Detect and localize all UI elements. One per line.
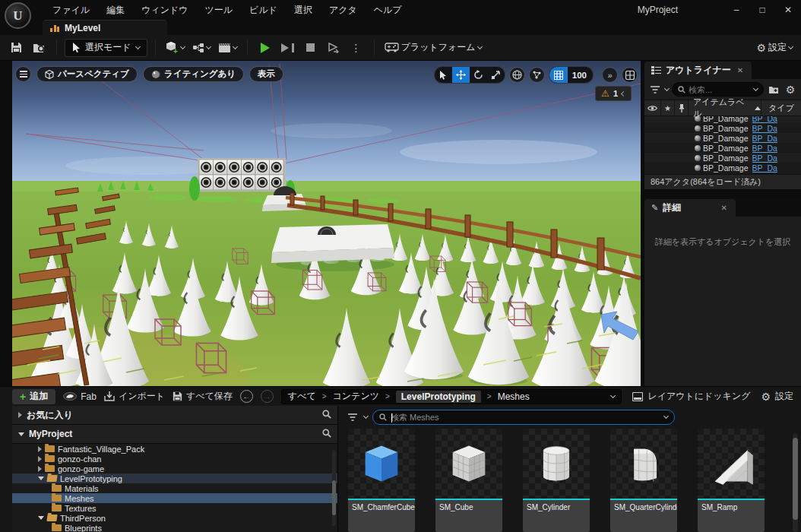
outliner-row[interactable]: BP_DamageBP_Da bbox=[644, 123, 801, 133]
save-button[interactable] bbox=[6, 39, 26, 57]
forward-button[interactable]: → bbox=[261, 390, 274, 403]
path-breadcrumb[interactable]: すべて > コンテンツ > LevelPrototyping > Meshes bbox=[281, 389, 622, 404]
outliner-search[interactable] bbox=[672, 82, 764, 97]
asset-search-input[interactable] bbox=[391, 413, 660, 422]
type-link[interactable]: BP_Da bbox=[752, 163, 777, 173]
tree-item-materials[interactable]: Materials bbox=[12, 483, 337, 493]
outliner-row[interactable]: BP_DamageBP_Da bbox=[644, 163, 801, 173]
type-link[interactable]: BP_Da bbox=[752, 154, 777, 163]
level-viewport[interactable]: パースペクティブ ライティングあり 表示 bbox=[12, 61, 641, 386]
outliner-row[interactable]: BP_DamageBP_Da bbox=[644, 133, 801, 143]
asset-search[interactable] bbox=[372, 410, 675, 425]
asset-sm-cube[interactable]: SM_Cube bbox=[435, 429, 502, 532]
asset-sm-ramp[interactable]: SM_Ramp bbox=[698, 429, 765, 532]
search-icon[interactable] bbox=[322, 410, 331, 421]
unreal-engine-logo-icon[interactable]: U bbox=[5, 2, 31, 29]
play-button[interactable] bbox=[255, 39, 275, 57]
viewport-scene[interactable] bbox=[12, 61, 641, 386]
grid-snap-value[interactable]: 100 bbox=[568, 71, 593, 80]
menu-tools[interactable]: ツール bbox=[197, 0, 242, 21]
menu-file[interactable]: ファイル bbox=[44, 0, 98, 21]
chevron-down-icon[interactable] bbox=[663, 413, 669, 419]
outliner-row[interactable]: BP_DamageBP_Da bbox=[644, 153, 801, 163]
add-content-button[interactable]: + 追加 bbox=[12, 389, 55, 404]
browse-content-button[interactable] bbox=[29, 39, 49, 57]
breadcrumb-content[interactable]: コンテンツ bbox=[333, 390, 379, 403]
perspective-dropdown[interactable]: パースペクティブ bbox=[36, 66, 138, 82]
asset-sm-chamfercube[interactable]: SM_ChamferCube bbox=[348, 429, 415, 532]
outliner-row[interactable]: BP_DamageBP_Da bbox=[644, 116, 801, 123]
asset-filter-button[interactable] bbox=[346, 410, 359, 424]
back-button[interactable]: ← bbox=[240, 390, 253, 403]
tab-mylevel[interactable]: MyLevel bbox=[43, 20, 167, 35]
viewport-options-button[interactable] bbox=[15, 66, 31, 82]
close-tab-icon[interactable]: ✕ bbox=[720, 204, 729, 212]
viewport-warning-badge[interactable]: ⚠ 1 bbox=[595, 86, 632, 101]
minimize-button[interactable]: – bbox=[723, 1, 749, 19]
viewport-layout-button[interactable] bbox=[622, 67, 638, 83]
settings-dropdown[interactable]: ⚙ 設定 bbox=[754, 39, 795, 57]
tab-outliner[interactable]: アウトライナー ✕ bbox=[644, 62, 752, 79]
tree-scrollbar[interactable] bbox=[332, 450, 336, 526]
view-mode-dropdown[interactable]: ライティングあり bbox=[143, 66, 244, 82]
close-button[interactable]: ✕ bbox=[775, 1, 801, 19]
favorites-section-header[interactable]: お気に入り bbox=[12, 406, 337, 425]
menu-build[interactable]: ビルド bbox=[241, 0, 286, 21]
select-tool-button[interactable] bbox=[435, 67, 452, 83]
new-folder-button[interactable] bbox=[767, 83, 780, 97]
tree-item-meshes[interactable]: Meshes bbox=[12, 493, 337, 503]
play-options-button[interactable]: ⋮ bbox=[347, 39, 366, 57]
rotate-tool-button[interactable] bbox=[470, 67, 487, 83]
menu-actor[interactable]: アクタ bbox=[321, 0, 366, 21]
type-link[interactable]: BP_Da bbox=[752, 134, 777, 143]
menu-edit[interactable]: 編集 bbox=[98, 0, 133, 21]
tree-item-gonzo-game[interactable]: gonzo-game bbox=[12, 464, 337, 473]
type-link[interactable]: BP_Da bbox=[752, 144, 777, 153]
tree-item-gonzo-chan[interactable]: gonzo-chan bbox=[12, 454, 337, 464]
search-icon[interactable] bbox=[322, 429, 331, 440]
menu-window[interactable]: ウィンドウ bbox=[133, 0, 196, 21]
platforms-dropdown[interactable]: プラットフォーム bbox=[382, 39, 484, 57]
grid-snap-toggle[interactable] bbox=[549, 67, 568, 83]
type-column-header[interactable]: タイプ bbox=[761, 100, 801, 116]
chevron-down-icon[interactable] bbox=[753, 85, 758, 90]
filter-button[interactable] bbox=[648, 83, 662, 97]
asset-sm-quartercylinder[interactable]: SM_QuarterCylinder bbox=[610, 429, 677, 532]
add-actor-dropdown[interactable]: + bbox=[163, 39, 187, 57]
chevron-down-icon[interactable] bbox=[610, 392, 616, 397]
tree-item-levelprototyping[interactable]: LevelPrototyping bbox=[12, 473, 337, 483]
chevron-down-icon[interactable] bbox=[363, 413, 369, 419]
item-label-column-header[interactable]: アイテムラベル bbox=[689, 100, 761, 116]
chevron-down-icon[interactable] bbox=[664, 85, 670, 90]
asset-scrollbar[interactable] bbox=[793, 433, 798, 532]
blueprints-dropdown[interactable] bbox=[190, 39, 213, 57]
type-link[interactable]: BP_Da bbox=[752, 116, 777, 123]
world-local-toggle[interactable] bbox=[509, 67, 525, 83]
tree-item-fantastic-village-pack[interactable]: Fantastic_Village_Pack bbox=[12, 444, 337, 454]
project-section-header[interactable]: MyProject bbox=[12, 425, 337, 444]
tab-details[interactable]: ✎ 詳細 ✕ bbox=[644, 199, 736, 217]
stop-button[interactable] bbox=[301, 39, 321, 57]
grid-snap-control[interactable]: 100 bbox=[549, 66, 594, 84]
scale-tool-button[interactable] bbox=[487, 67, 505, 83]
move-tool-button[interactable] bbox=[452, 67, 470, 83]
surface-snapping-button[interactable] bbox=[529, 67, 545, 83]
close-tab-icon[interactable]: ✕ bbox=[736, 66, 745, 74]
pin-column-header[interactable] bbox=[675, 100, 689, 116]
cinematics-dropdown[interactable] bbox=[216, 39, 239, 57]
fab-button[interactable]: Fab bbox=[63, 391, 97, 402]
menu-select[interactable]: 選択 bbox=[286, 0, 321, 21]
maximize-button[interactable]: □ bbox=[749, 1, 775, 19]
camera-speed-button[interactable]: » bbox=[602, 67, 618, 83]
launch-button[interactable] bbox=[324, 39, 344, 57]
dock-in-layout-button[interactable]: レイアウトにドッキング bbox=[632, 390, 750, 403]
panel-divider[interactable] bbox=[644, 189, 801, 198]
show-dropdown[interactable]: 表示 bbox=[249, 66, 283, 82]
tree-item-textures[interactable]: Textures bbox=[12, 503, 337, 513]
outliner-search-input[interactable] bbox=[689, 85, 751, 94]
save-all-button[interactable]: すべて保存 bbox=[173, 390, 233, 403]
type-link[interactable]: BP_Da bbox=[752, 124, 777, 133]
visibility-column-header[interactable] bbox=[644, 100, 661, 116]
breadcrumb-all[interactable]: すべて bbox=[288, 390, 316, 403]
import-button[interactable]: インポート bbox=[104, 390, 165, 403]
